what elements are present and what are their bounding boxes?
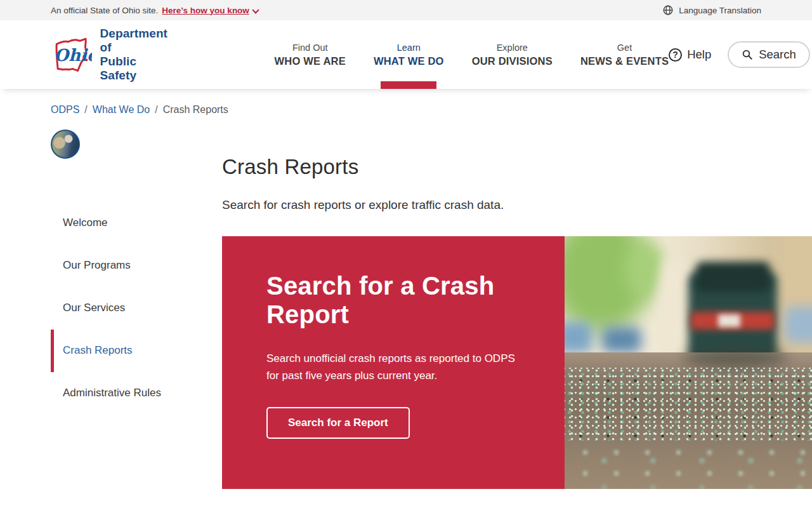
department-name-line2: Public Safety	[100, 55, 173, 83]
search-icon	[742, 49, 753, 60]
sidebar-item-crash-reports[interactable]: Crash Reports	[51, 332, 171, 370]
sidebar-item-our-programs[interactable]: Our Programs	[51, 247, 171, 284]
sidebar-item-label: Our Services	[63, 302, 125, 314]
primary-nav: Find Out WHO WE ARE Learn WHAT WE DO Exp…	[275, 20, 669, 89]
site-header: Ohio Department of Public Safety Find Ou…	[0, 20, 812, 89]
utility-bar: An official State of Ohio site. Here’s h…	[0, 0, 812, 20]
language-translation-label: Language Translation	[679, 6, 761, 15]
logo-script-text: Ohio	[54, 45, 92, 65]
ohio-state-icon: Ohio	[51, 34, 92, 76]
nav-eyebrow: Learn	[374, 43, 444, 53]
nav-item-news-events[interactable]: Get NEWS & EVENTS	[580, 20, 669, 89]
heres-how-you-know-label: Here’s how you know	[162, 6, 249, 15]
section-avatar-image	[51, 130, 80, 159]
photo-parked-car-blur	[785, 307, 812, 342]
nav-eyebrow: Explore	[472, 43, 553, 53]
nav-item-what-we-do[interactable]: Learn WHAT WE DO	[374, 20, 444, 89]
breadcrumb-separator: /	[84, 104, 87, 116]
photo-building-blur	[777, 236, 812, 368]
page-content: Welcome Our Programs Our Services Crash …	[0, 127, 812, 489]
sidebar-item-label: Administrative Rules	[63, 387, 161, 399]
globe-icon	[662, 4, 674, 16]
help-icon: ?	[669, 48, 682, 62]
photo-shattered-glass	[565, 368, 812, 441]
search-button[interactable]: Search	[728, 41, 810, 68]
crash-report-card: Search for a Crash Report Search unoffic…	[222, 236, 812, 489]
photo-car-shadow	[683, 347, 787, 368]
crash-report-card-panel: Search for a Crash Report Search unoffic…	[222, 236, 565, 489]
sidebar-item-welcome[interactable]: Welcome	[51, 204, 171, 242]
search-label: Search	[759, 48, 796, 62]
photo-license-plate-blur	[718, 314, 740, 327]
section-nav: Welcome Our Programs Our Services Crash …	[51, 204, 171, 417]
breadcrumb-odps[interactable]: ODPS	[51, 104, 79, 116]
help-button[interactable]: ? Help	[669, 48, 711, 62]
breadcrumb-what-we-do[interactable]: What We Do	[93, 104, 150, 116]
nav-label: OUR DIVISIONS	[472, 55, 553, 67]
nav-eyebrow: Get	[580, 43, 669, 53]
nav-item-our-divisions[interactable]: Explore OUR DIVISIONS	[472, 20, 553, 89]
photo-tree-blur	[624, 241, 664, 297]
main-area: Crash Reports Search for crash reports o…	[171, 127, 812, 489]
nav-label: NEWS & EVENTS	[580, 55, 669, 67]
sidebar-item-administrative-rules[interactable]: Administrative Rules	[51, 375, 171, 412]
help-label: Help	[687, 48, 711, 62]
department-name-line1: Department of	[100, 27, 173, 55]
page-title: Crash Reports	[222, 155, 812, 179]
breadcrumb-current-page: Crash Reports	[163, 104, 228, 116]
nav-label: WHAT WE DO	[374, 55, 444, 67]
logo-period-dot	[85, 59, 88, 62]
photo-figure-blur	[658, 257, 688, 358]
heres-how-you-know-link[interactable]: Here’s how you know	[162, 6, 259, 15]
nav-item-who-we-are[interactable]: Find Out WHO WE ARE	[275, 20, 346, 89]
sidebar-item-label: Crash Reports	[63, 344, 133, 356]
sidebar-item-label: Our Programs	[63, 259, 131, 271]
header-actions: ? Help Search	[669, 41, 810, 68]
photo-shattered-glass	[565, 438, 812, 489]
page-subtitle: Search for crash reports or explore traf…	[222, 198, 812, 212]
department-name: Department of Public Safety	[100, 27, 173, 82]
odps-logo[interactable]: Ohio Department of Public Safety	[51, 27, 173, 82]
search-for-report-button[interactable]: Search for a Report	[266, 407, 410, 439]
language-translation-button[interactable]: Language Translation	[662, 4, 761, 16]
nav-eyebrow: Find Out	[275, 43, 346, 53]
official-site-text: An official State of Ohio site.	[51, 6, 158, 15]
sidebar-item-our-services[interactable]: Our Services	[51, 290, 171, 327]
photo-car-roof-blur	[696, 262, 770, 292]
chevron-down-icon	[252, 6, 259, 13]
nav-label: WHO WE ARE	[275, 55, 346, 67]
section-sidebar: Welcome Our Programs Our Services Crash …	[51, 127, 171, 489]
active-tab-indicator	[381, 81, 436, 89]
breadcrumb-separator: /	[155, 104, 157, 116]
card-description: Search unofficial crash reports as repor…	[266, 351, 520, 384]
photo-parked-car-blur	[565, 322, 592, 352]
crash-scene-photo	[565, 236, 812, 489]
photo-parked-car-blur	[602, 327, 641, 352]
official-site-notice: An official State of Ohio site. Here’s h…	[51, 6, 259, 15]
sidebar-item-label: Welcome	[63, 217, 108, 229]
breadcrumb: ODPS / What We Do / Crash Reports	[0, 89, 812, 116]
card-heading: Search for a Crash Report	[266, 272, 520, 329]
